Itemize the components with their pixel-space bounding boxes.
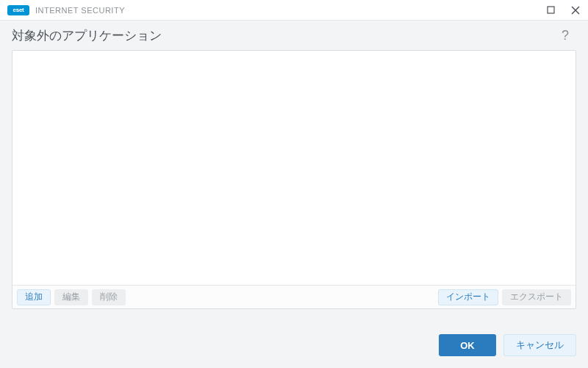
panel-toolbar: 追加 編集 削除 インポート エクスポート (12, 285, 576, 308)
header: 対象外のアプリケーション ? (0, 21, 588, 50)
brand-logo: eset (7, 5, 29, 15)
svg-rect-0 (548, 7, 554, 13)
maximize-icon (547, 6, 555, 14)
titlebar: eset INTERNET SECURITY (0, 0, 588, 21)
content-panel: 追加 編集 削除 インポート エクスポート (12, 50, 576, 309)
close-button[interactable] (563, 0, 588, 21)
application-list[interactable] (12, 51, 576, 285)
cancel-button[interactable]: キャンセル (503, 334, 576, 356)
product-name: INTERNET SECURITY (35, 6, 125, 15)
ok-button[interactable]: OK (439, 334, 496, 356)
help-button[interactable]: ? (557, 28, 573, 43)
page-title: 対象外のアプリケーション (12, 27, 162, 44)
add-button[interactable]: 追加 (17, 289, 51, 305)
maximize-button[interactable] (538, 0, 563, 21)
window-controls (538, 0, 588, 21)
export-button: エクスポート (502, 289, 571, 305)
dialog-footer: OK キャンセル (0, 309, 588, 368)
edit-button: 編集 (54, 289, 88, 305)
import-button[interactable]: インポート (438, 289, 498, 305)
close-icon (571, 6, 580, 15)
delete-button: 削除 (92, 289, 126, 305)
